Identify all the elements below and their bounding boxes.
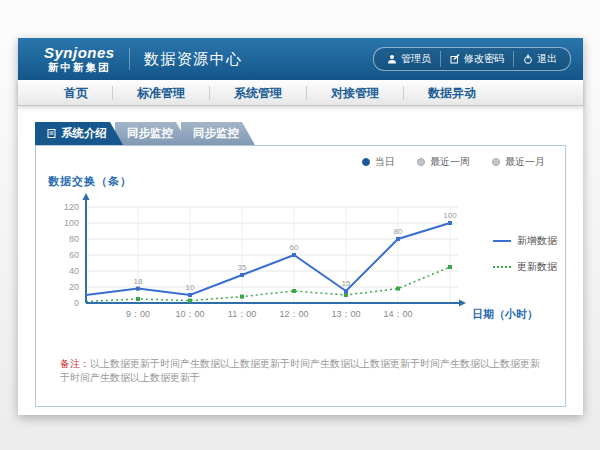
- chart-area: 0204060801001209：0010：0011：0012：0013：001…: [36, 191, 565, 335]
- main-nav: 首页 标准管理 系统管理 对接管理 数据异动: [18, 80, 583, 106]
- nav-item-system-mgmt[interactable]: 系统管理: [209, 86, 306, 100]
- footnote: 备注：以上数据更新于时间产生数据以上数据更新于时间产生数据以上数据更新于时间产生…: [36, 357, 565, 385]
- edit-icon: [450, 54, 460, 64]
- line-chart: 0204060801001209：0010：0011：0012：0013：001…: [50, 191, 550, 331]
- svg-text:120: 120: [64, 202, 79, 212]
- user-icon: [387, 54, 397, 64]
- svg-text:80: 80: [394, 227, 403, 236]
- footnote-label: 备注：: [60, 358, 90, 369]
- radio-label: 最近一月: [505, 155, 545, 169]
- tab-label: 同步监控: [127, 126, 173, 141]
- footnote-text: 以上数据更新于时间产生数据以上数据更新于时间产生数据以上数据更新于时间产生数据以…: [60, 358, 540, 383]
- radio-icon: [492, 158, 500, 166]
- nav-item-integration-mgmt[interactable]: 对接管理: [306, 86, 403, 100]
- solid-line-swatch: [493, 240, 511, 242]
- chart-legend: 新增数据 更新数据: [493, 234, 557, 274]
- logout-label: 退出: [537, 52, 557, 66]
- logout-button[interactable]: 退出: [513, 51, 566, 67]
- svg-text:13：00: 13：00: [331, 309, 360, 319]
- radio-today[interactable]: 当日: [362, 153, 395, 170]
- radio-icon: [362, 158, 370, 166]
- current-user-label: 管理员: [401, 52, 431, 66]
- tab-bar: 系统介绍 同步监控 同步监控: [35, 122, 583, 145]
- power-icon: [523, 54, 533, 65]
- dotted-line-swatch: [493, 266, 511, 268]
- brand-name: Synjones: [44, 45, 115, 60]
- svg-text:日期（小时）: 日期（小时）: [472, 308, 538, 321]
- nav-item-standard-mgmt[interactable]: 标准管理: [112, 86, 209, 100]
- svg-text:35: 35: [238, 263, 247, 272]
- document-icon: [47, 128, 56, 139]
- change-password-label: 修改密码: [464, 52, 504, 66]
- tab-sync-monitor-1[interactable]: 同步监控: [115, 122, 189, 145]
- svg-text:60: 60: [69, 250, 79, 260]
- tab-label: 系统介绍: [61, 126, 107, 141]
- tab-system-intro[interactable]: 系统介绍: [35, 122, 123, 145]
- svg-text:18: 18: [134, 277, 143, 286]
- header-divider: [129, 48, 130, 70]
- svg-text:100: 100: [443, 211, 457, 220]
- radio-last-week[interactable]: 最近一周: [417, 153, 470, 170]
- legend-label: 更新数据: [517, 260, 557, 274]
- svg-text:10: 10: [186, 283, 195, 292]
- svg-text:0: 0: [74, 298, 79, 308]
- tab-label: 同步监控: [193, 126, 239, 141]
- current-user-button[interactable]: 管理员: [378, 51, 440, 67]
- radio-label: 最近一周: [430, 155, 470, 169]
- nav-item-home[interactable]: 首页: [40, 86, 112, 100]
- legend-label: 新增数据: [517, 234, 557, 248]
- company-logo: Synjones 新中新集团: [44, 45, 115, 73]
- y-axis-title: 数据交换（条）: [36, 170, 565, 189]
- tab-sync-monitor-2[interactable]: 同步监控: [181, 122, 255, 145]
- page-title: 数据资源中心: [144, 50, 243, 69]
- svg-text:80: 80: [69, 234, 79, 244]
- svg-text:10：00: 10：00: [175, 309, 204, 319]
- chart-panel: 当日 最近一周 最近一月 数据交换（条） 0204060801001209：00…: [35, 145, 566, 407]
- user-menu: 管理员 修改密码 退出: [373, 47, 571, 71]
- svg-text:20: 20: [69, 282, 79, 292]
- app-window: Synjones 新中新集团 数据资源中心 管理员 修改密码 退出 首页 标准管…: [18, 38, 583, 415]
- nav-item-data-changes[interactable]: 数据异动: [403, 86, 500, 100]
- legend-item-new-data: 新增数据: [493, 234, 557, 248]
- app-header: Synjones 新中新集团 数据资源中心 管理员 修改密码 退出: [18, 38, 583, 80]
- svg-text:100: 100: [64, 218, 79, 228]
- svg-text:11：00: 11：00: [228, 309, 256, 319]
- radio-icon: [417, 158, 425, 166]
- svg-text:15: 15: [342, 279, 351, 288]
- change-password-button[interactable]: 修改密码: [440, 51, 513, 67]
- svg-text:14：00: 14：00: [383, 309, 412, 319]
- svg-text:40: 40: [69, 266, 79, 276]
- svg-text:9：00: 9：00: [126, 309, 150, 319]
- svg-text:12：00: 12：00: [279, 309, 308, 319]
- time-filter-group: 当日 最近一周 最近一月: [36, 146, 565, 170]
- company-name: 新中新集团: [48, 62, 111, 73]
- radio-label: 当日: [375, 155, 395, 169]
- legend-item-update-data: 更新数据: [493, 260, 557, 274]
- svg-text:60: 60: [290, 243, 299, 252]
- radio-last-month[interactable]: 最近一月: [492, 153, 545, 170]
